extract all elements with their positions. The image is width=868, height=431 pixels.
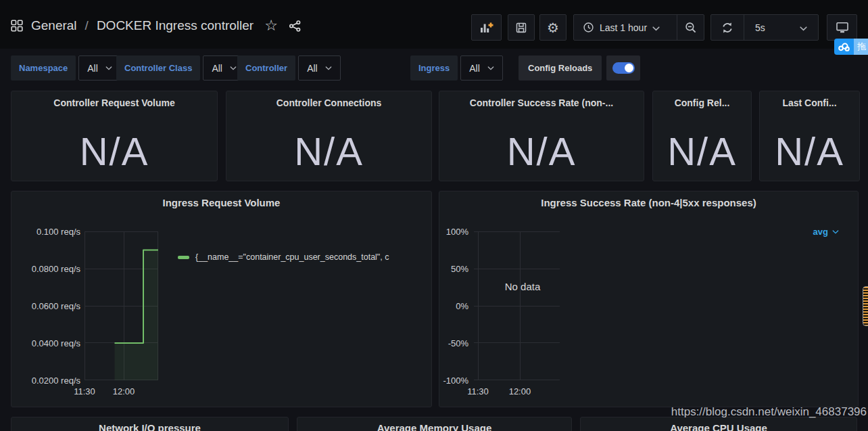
- variable-namespace: Namespace All: [11, 55, 121, 81]
- breadcrumb-separator: /: [85, 18, 89, 33]
- x-axis-tick: 11:30: [467, 386, 489, 396]
- zoom-out-icon: [685, 22, 697, 34]
- legend-calc-dropdown[interactable]: avg: [813, 227, 839, 237]
- chevron-down-icon: [325, 66, 332, 70]
- panel-title[interactable]: Average CPU Usage: [581, 422, 857, 431]
- add-panel-button[interactable]: [471, 14, 502, 41]
- variable-value: All: [469, 63, 480, 74]
- config-reloads-toggle[interactable]: [612, 62, 635, 74]
- variable-label-namespace: Namespace: [11, 55, 76, 81]
- y-axis-tick: 50%: [439, 264, 468, 274]
- panel-title[interactable]: Average Memory Usage: [297, 422, 571, 431]
- chart-panel-average-cpu-usage: Average CPU Usage: [580, 417, 857, 431]
- chevron-down-icon: [230, 66, 237, 70]
- variable-dropdown-namespace[interactable]: All: [78, 55, 121, 81]
- variable-value: All: [307, 63, 318, 74]
- y-axis-tick: 0.100 req/s: [11, 227, 80, 237]
- y-axis-tick: 0.0800 req/s: [11, 264, 80, 274]
- time-series-plot: [474, 231, 560, 380]
- variable-controller-class: Controller Class All: [116, 55, 245, 81]
- variable-label-controller-class: Controller Class: [116, 55, 200, 81]
- panel-title[interactable]: Last Confi...: [760, 97, 859, 108]
- variable-dropdown-controller[interactable]: All: [298, 55, 341, 81]
- line-chart-canvas: [474, 231, 560, 380]
- line-chart-canvas: [85, 231, 158, 380]
- clock-icon: [583, 22, 594, 33]
- favorite-star-button[interactable]: ☆: [264, 18, 278, 33]
- refresh-dashboard-button[interactable]: [711, 15, 744, 40]
- save-dashboard-button[interactable]: [508, 14, 535, 41]
- config-reloads-label: Config Reloads: [519, 55, 602, 81]
- refresh-icon: [721, 22, 733, 34]
- time-series-plot: [85, 231, 158, 380]
- stat-value: N/A: [760, 121, 859, 181]
- stat-panel-controller-connections: Controller Connections N/A: [226, 91, 432, 181]
- grafana-dashboard: General / DOCKER Ingress controller ☆: [0, 0, 868, 431]
- dashboards-grid-icon[interactable]: [11, 20, 23, 32]
- stat-value: N/A: [439, 121, 644, 181]
- panel-title[interactable]: Controller Request Volume: [11, 97, 217, 108]
- time-controls-group: Last 1 hour: [573, 14, 704, 41]
- variable-value: All: [212, 63, 222, 74]
- variable-value: All: [87, 63, 98, 74]
- add-panel-icon: [479, 21, 493, 35]
- refresh-controls-group: 5s: [710, 14, 819, 41]
- time-range-picker[interactable]: Last 1 hour: [574, 15, 677, 40]
- chevron-down-icon: [800, 22, 807, 33]
- variable-label-ingress: Ingress: [410, 55, 458, 81]
- x-axis-ticks: 11:30 12:00: [85, 385, 158, 397]
- y-axis-tick: 100%: [439, 227, 468, 237]
- y-axis-tick: 0.0200 req/s: [11, 376, 80, 386]
- panel-title[interactable]: Config Rel...: [653, 97, 751, 108]
- chart-panel-average-memory-usage: Average Memory Usage: [297, 417, 572, 431]
- stat-panel-config-reloads: Config Rel... N/A: [652, 91, 752, 181]
- tv-mode-button[interactable]: [827, 14, 857, 41]
- x-axis-tick: 12:00: [509, 386, 531, 396]
- dashboard-settings-button[interactable]: ⚙: [539, 14, 566, 41]
- right-edge-striped-scrollbar[interactable]: [863, 286, 868, 326]
- star-icon: ☆: [264, 18, 278, 33]
- y-axis-tick: 0.0400 req/s: [11, 338, 80, 348]
- panel-title[interactable]: Controller Connections: [226, 97, 431, 108]
- share-dashboard-button[interactable]: [289, 20, 302, 32]
- chevron-down-icon: [832, 230, 839, 234]
- netdisk-extension-badge[interactable]: 拖: [834, 39, 868, 55]
- panel-title[interactable]: Ingress Request Volume: [11, 197, 431, 208]
- legend-series-label[interactable]: {__name__="container_cpu_user_seconds_to…: [195, 252, 389, 262]
- x-axis-ticks: 11:30 12:00: [474, 385, 560, 397]
- breadcrumb-dashboard-title[interactable]: DOCKER Ingress controller: [97, 18, 254, 33]
- chart-panel-network-io-pressure: Network I/O pressure: [11, 417, 289, 431]
- top-navigation-bar: General / DOCKER Ingress controller ☆: [0, 0, 868, 49]
- y-axis-tick: -100%: [439, 376, 468, 386]
- breadcrumb: General / DOCKER Ingress controller ☆: [11, 18, 302, 33]
- breadcrumb-section[interactable]: General: [31, 18, 77, 33]
- stat-panel-controller-request-volume: Controller Request Volume N/A: [11, 91, 218, 181]
- x-axis-tick: 12:00: [113, 386, 135, 396]
- panel-title[interactable]: Network I/O pressure: [11, 422, 288, 431]
- share-icon: [289, 20, 302, 32]
- badge-drag-label: 拖: [854, 39, 868, 55]
- variable-controller: Controller All: [237, 55, 341, 81]
- legend-item[interactable]: {__name__="container_cpu_user_seconds_to…: [178, 252, 429, 262]
- chevron-down-icon: [487, 66, 494, 70]
- stat-value: N/A: [653, 121, 751, 181]
- monitor-icon: [836, 21, 849, 34]
- csdn-watermark: https://blog.csdn.net/weixin_46837396: [671, 405, 867, 419]
- stat-value: N/A: [11, 121, 217, 181]
- panel-title[interactable]: Controller Success Rate (non-...: [439, 97, 644, 108]
- time-range-label: Last 1 hour: [600, 22, 647, 33]
- refresh-interval-dropdown[interactable]: 5s: [744, 15, 818, 40]
- stat-value: N/A: [226, 121, 431, 181]
- y-axis-tick: 0.0600 req/s: [11, 301, 80, 311]
- x-axis-tick: 11:30: [74, 386, 95, 396]
- y-axis-tick: 0%: [439, 301, 468, 311]
- settings-gear-icon: ⚙: [547, 21, 559, 35]
- config-reloads-toggle-box: [606, 55, 640, 81]
- variable-dropdown-ingress[interactable]: All: [460, 55, 503, 81]
- zoom-out-time-button[interactable]: [677, 15, 704, 40]
- no-data-message: No data: [505, 281, 541, 292]
- stat-panel-controller-success-rate: Controller Success Rate (non-... N/A: [439, 91, 644, 181]
- chart-panel-ingress-request-volume: Ingress Request Volume 0.100 req/s 0.080…: [11, 191, 432, 407]
- panel-title[interactable]: Ingress Success Rate (non-4|5xx response…: [439, 197, 858, 208]
- chart-panel-ingress-success-rate: Ingress Success Rate (non-4|5xx response…: [439, 191, 859, 407]
